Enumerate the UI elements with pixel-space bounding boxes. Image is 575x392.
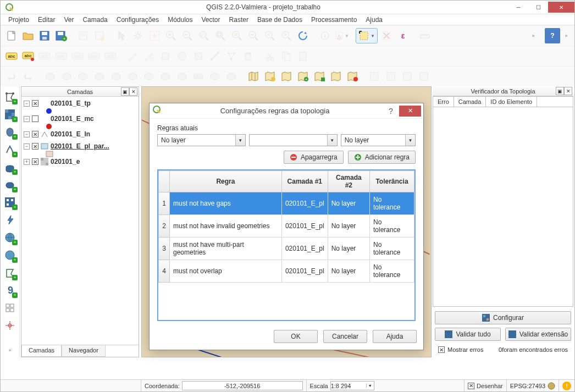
layer-name[interactable]: 020101_E_tp [51,100,91,107]
expand-icon[interactable]: − [24,101,30,107]
cell-layer2[interactable]: No layer [328,260,369,283]
adv-tool-12[interactable] [224,69,239,84]
close-button[interactable]: ✕ [548,2,574,13]
table-row[interactable]: 2 must not have invalid geometries 02010… [159,215,414,238]
expand-left-icon[interactable]: » [3,343,17,357]
expand-icon[interactable]: − [24,116,30,122]
adv-tool-4[interactable] [92,69,107,84]
zoom-last-icon[interactable] [262,28,278,43]
identify-icon[interactable]: i [317,28,333,43]
adv-tool-3[interactable] [75,69,91,84]
label-tool6-icon[interactable]: abc [86,48,102,64]
save-project-icon[interactable] [37,28,52,43]
map-tool-5[interactable] [312,69,327,84]
configure-button[interactable]: Configurar [435,311,571,324]
map-tool-3[interactable] [279,69,294,84]
maximize-button[interactable]: ☐ [528,2,548,13]
cell-tol[interactable]: No tolerance [369,260,414,283]
ok-button[interactable]: OK [274,330,318,343]
menu-basededados[interactable]: Base de Dados [253,16,307,24]
scale-combo[interactable]: 1:8 294▼ [330,381,374,390]
epsg-label[interactable]: EPSG:27493 [510,383,545,389]
cell-rule[interactable]: must not have gaps [170,192,282,215]
cell-layer2[interactable]: No layer [328,238,369,260]
refresh-icon[interactable] [295,28,311,43]
label-layer-icon[interactable]: abc [4,48,19,64]
gps-icon[interactable] [3,318,17,333]
pan-icon[interactable] [130,28,146,43]
open-project-icon[interactable] [20,28,36,43]
edit-pencil-icon[interactable] [125,48,140,64]
label-pin-icon[interactable]: abc [20,48,36,64]
add-raster-icon[interactable]: + [3,107,17,122]
deselect-icon[interactable] [379,28,394,43]
add-lightning-icon[interactable] [3,213,17,227]
edit-tool4-icon[interactable] [174,48,190,64]
panel-undock-icon[interactable]: ▣ [121,87,129,96]
layer-name[interactable]: 020101_E_ln [51,130,90,138]
add-vector-icon[interactable]: + [3,90,17,104]
col-layer2[interactable]: Camada #2 [328,171,369,192]
cell-tol[interactable]: No tolerance [369,238,414,260]
cursor-icon[interactable] [114,28,129,43]
cancel-button[interactable]: Cancelar [323,330,367,343]
edit-tool6-icon[interactable] [207,48,223,64]
cell-rule[interactable]: must not overlap [170,260,282,283]
paste-icon[interactable] [295,48,311,64]
label-tool3-icon[interactable]: abc [37,48,52,64]
layer-checkbox[interactable]: ✕ [32,131,38,137]
add-delimited-icon[interactable]: + [3,266,17,280]
map-tool-6[interactable] [328,69,344,84]
db-tool-1[interactable] [367,69,382,84]
adv-tool-10[interactable] [191,69,206,84]
add-oracle-icon[interactable]: + [3,178,17,192]
add-text-icon[interactable]: 9,+ [3,283,17,297]
delete-rule-button[interactable]: Apagarregra [284,151,344,164]
label-tool7-icon[interactable]: abc [103,48,118,64]
tab-camada[interactable]: Camada [454,97,486,107]
row-num[interactable]: 1 [159,192,170,215]
table-row[interactable]: 3 must not have multi-part geometries 02… [159,238,414,260]
layer-checkbox[interactable]: ✕ [32,100,38,107]
menu-ver[interactable]: Ver [59,16,78,24]
edit-tool5-icon[interactable] [191,48,206,64]
map-tool-1[interactable] [246,69,261,84]
col-rule[interactable]: Regra [170,171,282,192]
new-project-icon[interactable] [4,28,19,43]
panel-undock-icon[interactable]: ▣ [556,87,564,95]
help-button[interactable]: Ajuda [373,330,417,343]
tab-id[interactable]: ID do Elemento [486,97,537,107]
add-wcs-icon[interactable]: + [3,230,17,245]
layer-name[interactable]: 020101_e [51,158,80,165]
menu-camada[interactable]: Camada [78,16,112,24]
add-postgis-icon[interactable]: + [3,125,17,139]
measure-icon[interactable] [417,28,433,43]
cell-tol[interactable]: No tolerance [369,192,414,215]
cell-layer1[interactable]: 020101_E_pl [281,215,328,238]
row-num[interactable]: 3 [159,238,170,260]
menu-raster[interactable]: Raster [225,16,253,24]
dialog-close-button[interactable]: ✕ [399,106,421,117]
pan-selection-icon[interactable] [147,28,162,43]
cell-tol[interactable]: No tolerance [369,215,414,238]
expression-select-icon[interactable]: ε [395,28,411,43]
menu-editar[interactable]: Editar [34,16,59,24]
layer-name[interactable]: 020101_E_pl_par... [51,142,109,150]
zoom-next-icon[interactable] [279,28,294,43]
delete-selected-icon[interactable] [240,48,256,64]
layer1-combo[interactable]: No layer▼ [157,134,246,146]
adv-tool-8[interactable] [158,69,173,84]
col-layer1[interactable]: Camada #1 [281,171,328,192]
add-mssql-icon[interactable]: + [3,160,17,174]
panel-close-icon[interactable]: ✕ [129,87,137,96]
layer-checkbox[interactable]: ✕ [32,143,38,150]
adv-tool-11[interactable] [207,69,223,84]
menu-vector[interactable]: Vector [197,16,225,24]
minimize-button[interactable]: ─ [508,2,528,13]
redo-icon[interactable] [20,69,36,84]
cell-layer1[interactable]: 020101_E_pl [281,238,328,260]
edit-tool3-icon[interactable] [158,48,173,64]
zoom-native-icon[interactable]: 1:1 [196,28,212,43]
label-tool5-icon[interactable]: abc [70,48,85,64]
dialog-help-icon[interactable]: ? [383,107,399,115]
